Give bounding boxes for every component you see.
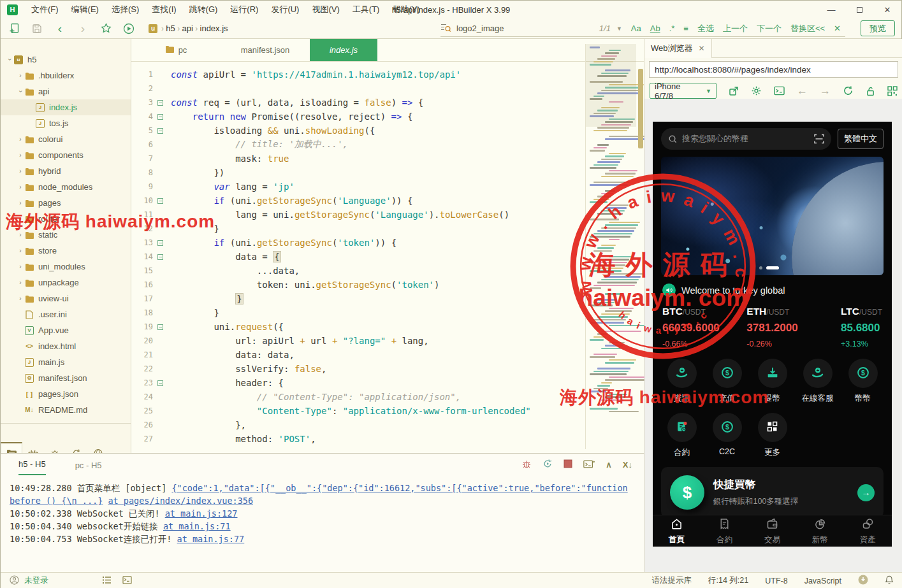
login-status[interactable]: 未登录 [24, 575, 48, 586]
quick-action-在線客服[interactable]: +在線客服 [795, 359, 840, 404]
menu-运行(R)[interactable]: 运行(R) [224, 1, 265, 18]
log-link[interactable]: at pages/index/index.vue:356 [108, 496, 253, 506]
settings-gear-icon[interactable] [751, 85, 762, 96]
preview-button[interactable]: 预览 [861, 20, 895, 36]
open-terminal-icon[interactable] [583, 459, 595, 471]
caret-right-icon[interactable]: › [17, 183, 24, 190]
tree-item-static[interactable]: ›static [1, 227, 131, 243]
run-icon[interactable] [119, 21, 138, 36]
menu-选择(S)[interactable]: 选择(S) [105, 1, 145, 18]
tree-item-tos.js[interactable]: Jtos.js [1, 115, 131, 131]
tree-item-store[interactable]: ›store [1, 243, 131, 259]
fold-marker[interactable] [153, 252, 167, 262]
menu-文件(F)[interactable]: 文件(F) [25, 1, 65, 18]
menu-编辑(E)[interactable]: 编辑(E) [65, 1, 105, 18]
status-item[interactable]: 行:14 列:21 [708, 575, 748, 586]
nav-資產[interactable]: 資產 [844, 515, 892, 547]
caret-right-icon[interactable]: › [17, 136, 24, 143]
address-bar[interactable]: http://localhost:8080/#/pages/index/inde… [649, 61, 898, 78]
tree-item-.user.ini[interactable]: .user.ini [1, 306, 131, 322]
match-word-button[interactable]: Ab [650, 24, 660, 33]
tree-item-main.js[interactable]: Jmain.js [1, 354, 131, 370]
caret-right-icon[interactable]: › [17, 168, 24, 175]
fold-marker[interactable] [153, 378, 167, 388]
editor-tab-pc[interactable]: pc [131, 39, 221, 61]
caret-right-icon[interactable]: › [17, 215, 24, 222]
log-link[interactable]: at main.js:127 [165, 508, 238, 519]
quick-action-合約[interactable]: 合約 [659, 413, 704, 458]
quickbuy-arrow-icon[interactable]: → [857, 484, 875, 501]
menu-查找(I)[interactable]: 查找(I) [145, 1, 182, 18]
caret-right-icon[interactable]: › [17, 152, 24, 159]
reload-icon[interactable] [843, 85, 854, 96]
minimap[interactable] [585, 44, 636, 449]
search-input[interactable]: logo2_image [456, 24, 599, 33]
status-item[interactable]: UTF-8 [765, 577, 787, 585]
caret-down-icon[interactable]: › [17, 88, 24, 96]
browser-tab-close-icon[interactable]: ✕ [699, 44, 705, 53]
quick-action-幣幣[interactable]: $幣幣 [840, 359, 885, 404]
editor-scrollbar[interactable] [638, 69, 643, 148]
scan-icon[interactable] [814, 134, 824, 144]
tree-item-index.js[interactable]: Jindex.js [1, 99, 131, 115]
caret-right-icon[interactable]: › [17, 247, 24, 254]
editor-tab-index.js[interactable]: index.js [310, 39, 377, 61]
close-search-icon[interactable]: ✕ [834, 24, 841, 33]
save-icon[interactable] [27, 21, 47, 36]
outline-list-icon[interactable] [102, 576, 112, 586]
log-link[interactable]: at main.js:77 [177, 534, 245, 544]
browser-tab[interactable]: Web浏览器 ✕ [644, 39, 712, 58]
forward-icon[interactable]: › [73, 21, 92, 36]
breadcrumb-item[interactable]: index.js [200, 24, 228, 33]
status-item[interactable]: 语法提示库 [651, 575, 692, 586]
back-icon[interactable]: ‹ [50, 21, 69, 36]
terminal-status-icon[interactable] [122, 576, 132, 586]
open-external-icon[interactable] [729, 86, 739, 96]
ticker-LTC[interactable]: LTC/USDT85.6800+3.13% [841, 306, 882, 348]
bookmark-star-icon[interactable] [96, 21, 115, 36]
tree-item-App.vue[interactable]: VApp.vue [1, 322, 131, 338]
close-button[interactable]: ✕ [873, 5, 901, 15]
quick-action-資訊[interactable]: +資訊 [659, 359, 704, 404]
update-download-icon[interactable] [858, 575, 868, 587]
nav-首頁[interactable]: 首頁 [653, 515, 701, 547]
tree-item-uni_modules[interactable]: ›uni_modules [1, 259, 131, 275]
caret-right-icon[interactable]: › [17, 231, 24, 238]
fold-marker[interactable] [153, 97, 167, 108]
tree-item-index.html[interactable]: <>index.html [1, 338, 131, 354]
collapse-console-icon[interactable]: ∧ [606, 460, 612, 470]
ticker-ETH[interactable]: ETH/USDT3781.2000-0.26% [746, 306, 797, 348]
replace-area-button[interactable]: 替换区<< [790, 23, 825, 34]
filter-lines-button[interactable]: ≡ [683, 24, 688, 33]
select-all-button[interactable]: 全选 [697, 23, 714, 34]
tree-item-README.md[interactable]: M↓README.md [1, 402, 131, 418]
tree-item-node_modules[interactable]: ›node_modules [1, 179, 131, 195]
new-file-icon[interactable] [4, 21, 24, 36]
status-item[interactable]: JavaScript [804, 577, 841, 585]
tree-item-colorui[interactable]: ›colorui [1, 131, 131, 147]
tree-item-pages[interactable]: ›pages [1, 195, 131, 211]
ticker-BTC[interactable]: BTC/USDT66039.6000-0.66% [662, 306, 736, 348]
caret-right-icon[interactable]: › [17, 295, 24, 302]
match-case-button[interactable]: Aa [631, 24, 641, 33]
tree-item-unpackage[interactable]: ›unpackage [1, 275, 131, 290]
device-select[interactable]: iPhone 6/7/8 ▼ [650, 83, 717, 99]
caret-down-icon[interactable]: › [6, 56, 13, 64]
caret-right-icon[interactable]: › [17, 263, 24, 270]
fold-marker[interactable] [153, 111, 167, 122]
restart-icon[interactable] [542, 459, 553, 471]
fold-marker[interactable] [153, 238, 167, 248]
nav-交易[interactable]: 交易 [748, 515, 796, 547]
tree-item-h5[interactable]: ›uh5 [1, 52, 131, 68]
menu-工具(T)[interactable]: 工具(T) [346, 1, 386, 18]
caret-right-icon[interactable]: › [17, 199, 24, 206]
quick-action-提幣[interactable]: 提幣 [750, 359, 795, 404]
log-link[interactable]: at main.js:71 [163, 521, 231, 531]
nav-back-icon[interactable]: ← [797, 85, 808, 97]
quick-action-C2C[interactable]: $C2C [704, 413, 750, 458]
code-area[interactable]: 1const apiUrl = 'https://417admin.1.haiw… [131, 62, 644, 453]
coin-search-field[interactable]: 搜索您關心的幣種 [661, 128, 831, 150]
caret-right-icon[interactable]: › [17, 279, 24, 286]
fold-marker[interactable] [153, 125, 167, 136]
search-count-caret-icon[interactable]: ▼ [616, 25, 622, 32]
